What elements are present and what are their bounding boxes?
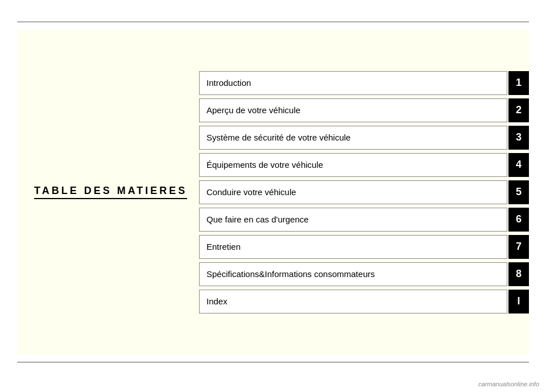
toc-item-label: Spécifications&Informations consommateur… <box>199 262 507 286</box>
toc-item-number: 2 <box>508 98 529 122</box>
toc-title: TABLE DES MATIERES <box>34 185 187 199</box>
main-content: TABLE DES MATIERES Introduction1Aperçu d… <box>17 30 529 354</box>
toc-item-number: 7 <box>508 235 529 259</box>
toc-item-label: Équipements de votre véhicule <box>199 153 507 177</box>
bottom-divider <box>17 362 529 362</box>
toc-item-number: 6 <box>508 208 529 232</box>
toc-row[interactable]: IndexI <box>199 290 529 313</box>
toc-row[interactable]: Système de sécurité de votre véhicule3 <box>199 126 529 150</box>
toc-item-number: 5 <box>508 180 529 204</box>
toc-item-label: Que faire en cas d'urgence <box>199 208 507 232</box>
toc-item-label: Introduction <box>199 71 507 95</box>
left-panel: TABLE DES MATIERES <box>17 30 199 354</box>
toc-item-label: Entretien <box>199 235 507 259</box>
toc-item-label: Index <box>199 290 507 313</box>
toc-row[interactable]: Aperçu de votre véhicule2 <box>199 98 529 122</box>
toc-item-label: Système de sécurité de votre véhicule <box>199 126 507 150</box>
toc-item-number: 3 <box>508 126 529 150</box>
toc-item-label: Aperçu de votre véhicule <box>199 98 507 122</box>
toc-item-number: 8 <box>508 262 529 286</box>
toc-item-number: 4 <box>508 153 529 177</box>
toc-row[interactable]: Spécifications&Informations consommateur… <box>199 262 529 286</box>
toc-row[interactable]: Introduction1 <box>199 71 529 95</box>
toc-item-number: 1 <box>508 71 529 95</box>
toc-item-label: Conduire votre véhicule <box>199 180 507 204</box>
toc-row[interactable]: Que faire en cas d'urgence6 <box>199 208 529 232</box>
top-divider <box>17 22 529 22</box>
toc-row[interactable]: Équipements de votre véhicule4 <box>199 153 529 177</box>
toc-item-number: I <box>508 290 529 313</box>
watermark: carmanualsonline.info <box>478 381 539 387</box>
toc-list: Introduction1Aperçu de votre véhicule2Sy… <box>199 30 529 354</box>
toc-row[interactable]: Conduire votre véhicule5 <box>199 180 529 204</box>
toc-row[interactable]: Entretien7 <box>199 235 529 259</box>
